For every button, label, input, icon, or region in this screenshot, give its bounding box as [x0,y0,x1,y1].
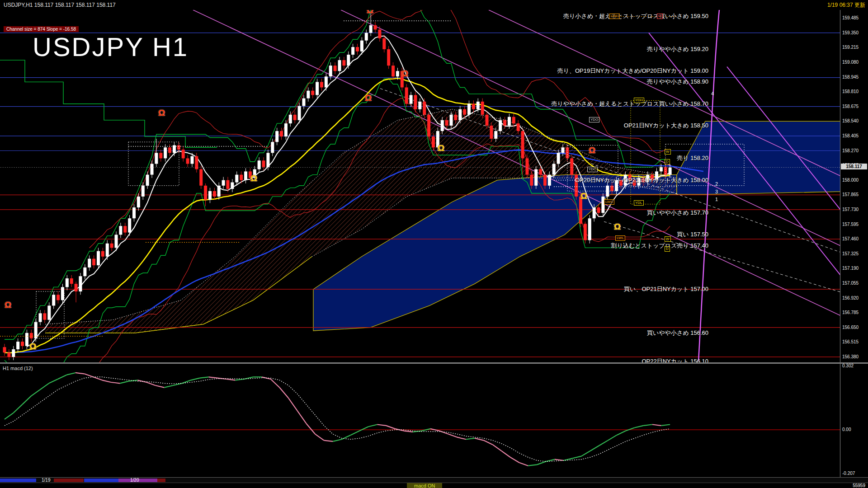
price-chart-canvas[interactable] [0,10,840,362]
price-annotation: 買いやや小さめ 157.70 [647,209,708,217]
omega-signal-icon: Ω [438,143,444,153]
level-marker-m: M [657,14,663,19]
price-tick: 158.675 [842,104,859,109]
price-axis[interactable]: 159.485159.350159.215159.080158.945158.8… [840,10,868,477]
macd-tick: 0.00 [842,427,851,432]
omega-signal-icon: Ω [250,174,257,183]
price-annotation: OP22日NYカット 156.10 [642,357,708,362]
price-annotation: 買いやや小さめ 156.60 [647,329,708,337]
omega-signal-icon: Ω [580,191,587,201]
top-bar: USDJPY,H1 158.117 158.117 158.117 158.11… [0,0,868,10]
price-tick: 158.000 [842,178,859,183]
omega-signal-icon: Ω [401,69,408,79]
omega-signal-icon: Ω [367,10,373,15]
price-annotation: 売り小さめ・超えるとストップロス買い小さめ 159.50 [563,12,708,20]
level-marker-lwl: LWL [615,235,625,241]
price-tick: 157.730 [842,207,859,212]
timeline-segment[interactable] [157,479,165,482]
macd-line [5,373,670,466]
update-time: 1/19 06:37 更新 [827,1,865,9]
timeline-segment[interactable] [0,479,36,482]
price-tick: 159.485 [842,15,859,20]
price-tick: 156.785 [842,310,859,315]
price-annotation: OP21日NYカット大きめ 158.50 [624,122,708,130]
macd-signal-line [5,377,670,461]
symbol-watermark: USDJPY H1 [33,32,189,62]
price-tick: 158.270 [842,148,859,153]
macd-indicator-label: H1 macd (12) [3,366,33,371]
price-annotation: 売り 158.20 [677,154,708,162]
omega-signal-icon: Ω [365,93,372,103]
timeline-segment[interactable] [84,479,118,482]
price-annotation: OP20日NYカット/OP21日NYカット大きめ 158.00 [575,176,708,184]
price-tick: 159.080 [842,60,859,65]
price-tick: 157.595 [842,222,859,227]
price-tick: 156.650 [842,325,859,330]
omega-signal-icon: Ω [29,342,36,352]
price-chart[interactable]: Channel size = 874 Slope = -16.58 USDJPY… [0,10,840,362]
price-annotation: 割り込むとストップロス売り 157.40 [611,242,708,250]
price-annotation: 売りやや小さめ 158.90 [647,78,708,86]
omega-signal-icon: Ω [158,108,165,118]
count-label: 1 [715,197,718,202]
count-label: 4 [711,91,714,96]
price-tick: 158.810 [842,89,859,94]
tick-counter: 55959 [853,483,865,488]
price-tick: 156.515 [842,339,859,344]
symbol-quote: USDJPY,H1 158.117 158.117 158.117 158.11… [4,2,116,8]
macd-canvas[interactable] [0,364,840,477]
omega-signal-icon: Ω [614,222,621,232]
level-marker-d: D [665,159,670,164]
price-annotation: 買い 157.50 [677,230,708,239]
trading-terminal: USDJPY,H1 158.117 158.117 158.117 158.11… [0,0,868,488]
price-tick: 158.405 [842,133,859,138]
level-marker-w: W [665,149,671,155]
level-marker-ydc: YDC [587,167,598,172]
price-tick: 156.380 [842,354,859,359]
price-annotation: 売り、OP19日NYカット大きめ/OP20日NYカット 159.00 [557,67,708,75]
timeline-date-label: 1/20 [130,478,139,483]
timeline-segment[interactable] [54,479,84,482]
omega-signal-icon: Ω [5,300,11,310]
price-tick: 158.540 [842,118,859,123]
macd-tick: 0.302 [842,363,854,368]
level-marker-ydh: YDH [634,98,644,103]
price-annotation: 売りやや小さめ 159.20 [647,45,708,53]
level-marker-lwh: LWH [609,14,620,19]
status-bar: macd ON 55959 [0,483,868,488]
price-tick: 159.215 [842,45,859,50]
level-marker-lwc: LWC [604,199,614,205]
price-annotation: 売りやや小さめ・超えるとストップロス買い小さめ 158.70 [551,100,708,108]
macd-panel[interactable]: H1 macd (12) [0,364,840,477]
omega-signal-icon: Ω [589,145,595,155]
current-price-badge: 158.117 [841,164,867,169]
price-tick: 157.865 [842,192,859,197]
price-tick: 159.350 [842,30,859,35]
price-tick: 157.055 [842,281,859,286]
price-tick: 157.325 [842,251,859,256]
timeline-date-label: 1/19 [42,478,50,483]
level-marker-ydo: YDO [589,117,599,122]
price-tick: 157.460 [842,236,859,241]
macd-tick: -0.207 [842,471,855,476]
level-marker-ydl: YDL [634,200,644,206]
macd-toggle-button[interactable]: macd ON [407,483,442,488]
count-label: 2 [715,181,718,187]
price-tick: 156.920 [842,296,859,300]
count-label: 3 [715,189,718,194]
price-tick: 158.945 [842,75,859,80]
price-annotation: 買い、OP21日NYカット 157.00 [624,285,708,293]
level-marker-w: W [665,236,671,242]
level-marker-d: D [665,246,670,252]
price-tick: 157.190 [842,266,859,271]
